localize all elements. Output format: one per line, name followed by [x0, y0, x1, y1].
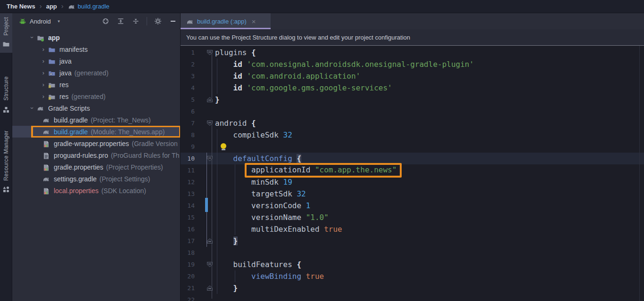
editor-tab-build-gradle[interactable]: build.gradle (:app) × — [181, 13, 271, 29]
tree-item-res-generated[interactable]: ›res(generated) — [12, 90, 180, 102]
tool-window-tab-structure[interactable]: Structure — [0, 73, 12, 118]
tool-window-tab-project[interactable]: Project — [0, 13, 12, 53]
code-token: 1 — [306, 201, 311, 210]
chevron-right-icon[interactable]: › — [40, 69, 47, 76]
code-editor[interactable]: 1plugins {2 id 'com.onesignal.androidsdk… — [181, 46, 644, 301]
tree-item-gradle-properties[interactable]: gradle.properties(Project Properties) — [12, 161, 180, 173]
code-line-11[interactable]: 11 applicationId "com.app.the.news" — [181, 164, 644, 176]
breadcrumb-file[interactable]: build.gradle — [78, 3, 109, 10]
breadcrumb-separator-icon: › — [61, 2, 64, 10]
code-token: } — [233, 236, 238, 245]
code-line-5[interactable]: 5} — [181, 94, 644, 106]
code-line-18[interactable]: 18 — [181, 247, 644, 259]
chevron-down-icon[interactable]: › — [29, 34, 36, 41]
line-number: 15 — [181, 214, 195, 221]
resource-manager-icon — [2, 185, 10, 194]
close-tab-icon[interactable]: × — [252, 18, 256, 25]
code-text: id 'com.android.application' — [214, 72, 360, 81]
banner-text: You can use the Project Structure dialog… — [186, 34, 410, 41]
code-line-16[interactable]: 16 multiDexEnabled true — [181, 223, 644, 235]
fold-column — [206, 238, 214, 244]
fold-close-icon[interactable] — [207, 238, 213, 244]
code-text: } — [214, 236, 238, 245]
tree-item-res[interactable]: ›res — [12, 79, 180, 90]
line-number: 13 — [181, 190, 195, 197]
hide-panel-icon[interactable] — [169, 17, 177, 25]
tree-item-label: res — [59, 93, 68, 100]
code-line-9[interactable]: 9 — [181, 141, 644, 153]
code-token: targetSdk — [251, 189, 297, 198]
code-token: { — [297, 154, 301, 163]
line-number: 10 — [181, 155, 195, 162]
code-token: defaultConfig — [233, 154, 297, 163]
fold-close-icon[interactable] — [207, 97, 213, 102]
breadcrumb-module[interactable]: app — [46, 3, 57, 10]
tree-item-java-generated[interactable]: ›java(generated) — [12, 67, 180, 79]
code-token — [215, 213, 251, 222]
tree-item-proguard-rules[interactable]: proguard-rules.pro(ProGuard Rules for Th — [12, 149, 180, 161]
code-text: android { — [214, 119, 256, 128]
code-line-13[interactable]: 13 targetSdk 32 — [181, 188, 644, 200]
expand-all-icon[interactable] — [116, 17, 125, 25]
code-line-19[interactable]: 19 buildFeatures { — [181, 259, 644, 270]
tree-item-label: app — [48, 34, 60, 41]
chevron-right-icon[interactable]: › — [40, 93, 47, 100]
chevron-right-icon[interactable]: › — [40, 57, 47, 65]
fold-column — [206, 156, 214, 161]
chevron-down-icon[interactable]: › — [29, 105, 36, 112]
chevron-right-icon[interactable]: › — [40, 46, 47, 53]
collapse-all-icon[interactable] — [132, 17, 140, 25]
fold-open-icon[interactable] — [207, 156, 213, 161]
tree-item-build-gradle-project[interactable]: build.gradle(Project: The_News) — [12, 114, 180, 126]
code-line-14[interactable]: 14 versionCode 1 — [181, 200, 644, 212]
chevron-down-icon: ▼ — [57, 19, 61, 24]
tree-item-build-gradle-module[interactable]: build.gradle(Module: The_News.app) — [12, 126, 180, 138]
code-text: versionName "1.0" — [214, 213, 329, 222]
chevron-right-icon[interactable]: › — [40, 81, 47, 88]
locate-file-icon[interactable] — [101, 17, 110, 25]
settings-gear-icon[interactable] — [154, 17, 162, 25]
tree-item-java[interactable]: ›java — [12, 55, 180, 67]
tree-item-gradle-scripts[interactable]: ›Gradle Scripts — [12, 102, 180, 114]
tree-item-settings-gradle[interactable]: settings.gradle(Project Settings) — [12, 173, 180, 185]
code-line-15[interactable]: 15 versionName "1.0" — [181, 212, 644, 223]
code-line-8[interactable]: 8 compileSdk 32 — [181, 129, 644, 141]
tree-item-local-properties[interactable]: local.properties(SDK Location) — [12, 185, 180, 196]
code-line-3[interactable]: 3 id 'com.android.application' — [181, 70, 644, 82]
code-token — [215, 236, 233, 245]
code-token: true — [324, 225, 342, 234]
tree-item-gradle-wrapper-properties[interactable]: gradle-wrapper.properties(Gradle Version — [12, 138, 180, 149]
tree-item-label: Gradle Scripts — [48, 105, 90, 112]
fold-column — [206, 97, 214, 102]
tree-item-label: java — [59, 57, 72, 65]
fold-open-icon[interactable] — [207, 50, 213, 55]
line-number: 3 — [181, 73, 195, 80]
tree-item-app[interactable]: ›app — [12, 32, 180, 43]
tree-item-manifests[interactable]: ›manifests — [12, 43, 180, 55]
fold-open-icon[interactable] — [207, 262, 213, 267]
proguard-icon — [42, 152, 51, 159]
code-line-17[interactable]: 17 } — [181, 235, 644, 247]
tool-window-tab-resource-manager[interactable]: Resource Manager — [0, 127, 12, 198]
properties-icon — [42, 187, 51, 195]
line-number: 18 — [181, 249, 195, 256]
code-token — [215, 260, 233, 269]
fold-open-icon[interactable] — [207, 121, 213, 126]
code-line-6[interactable]: 6 — [181, 106, 644, 117]
code-line-7[interactable]: 7android { — [181, 117, 644, 129]
code-line-22[interactable]: 22 — [181, 294, 644, 301]
code-line-4[interactable]: 4 id 'com.google.gms.google-services' — [181, 82, 644, 94]
code-line-2[interactable]: 2 id 'com.onesignal.androidsdk.onesignal… — [181, 58, 644, 70]
code-token: id — [233, 83, 247, 92]
code-line-21[interactable]: 21 } — [181, 282, 644, 294]
properties-icon — [42, 163, 51, 171]
fold-close-icon[interactable] — [207, 285, 213, 291]
code-token: 'com.google.gms.google-services' — [247, 83, 392, 92]
code-line-1[interactable]: 1plugins { — [181, 47, 644, 58]
breadcrumb-project[interactable]: The News — [7, 3, 35, 10]
code-token: { — [251, 48, 256, 57]
project-view-selector[interactable]: Android ▼ — [19, 17, 61, 25]
code-line-12[interactable]: 12 minSdk 19 — [181, 176, 644, 188]
code-line-20[interactable]: 20 viewBinding true — [181, 270, 644, 282]
line-number: 12 — [181, 179, 195, 186]
